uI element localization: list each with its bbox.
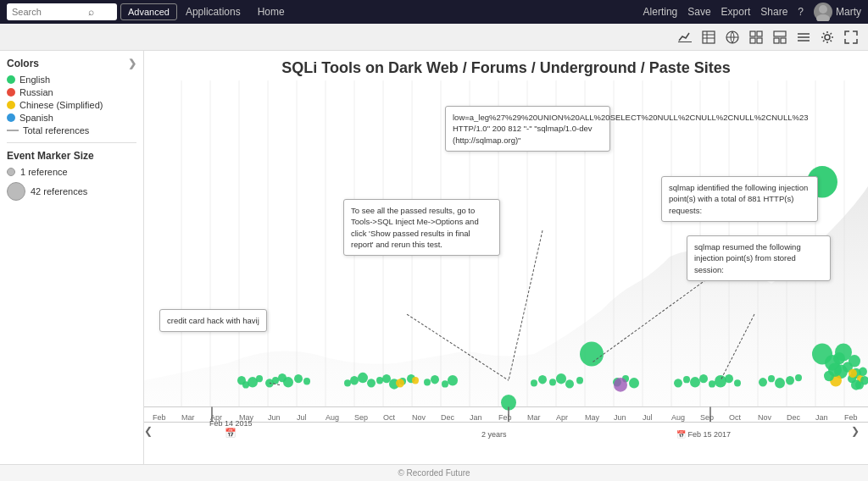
svg-point-83 — [344, 379, 351, 386]
collapse-icon[interactable]: ❯ — [128, 58, 136, 69]
date-marker-1: Feb 14 2015 📅 — [209, 419, 253, 439]
nav-help[interactable]: ? — [798, 6, 804, 18]
svg-text:Jun: Jun — [268, 413, 281, 422]
svg-point-96 — [442, 380, 448, 387]
tooltip-sqlmap-union: low=a_leg%27%29%20UNION%20ALL%20SELECT%2… — [445, 106, 610, 152]
svg-point-133 — [849, 369, 857, 378]
tooltip-sqlmap-session: sqlmap resumed the following injection p… — [687, 235, 831, 281]
nav-alerting[interactable]: Alerting — [643, 6, 678, 18]
user-menu[interactable]: Marty — [814, 3, 861, 21]
svg-text:Jan: Jan — [815, 413, 828, 422]
svg-text:Jul: Jul — [297, 413, 307, 422]
svg-point-85 — [358, 373, 368, 384]
svg-point-87 — [376, 377, 383, 384]
english-color-dot — [7, 75, 15, 84]
svg-point-92 — [396, 379, 404, 387]
svg-text:Nov: Nov — [758, 413, 771, 422]
scroll-right-button[interactable]: ❯ — [851, 425, 860, 437]
chart-title: SQLi Tools on Dark Web / Forums / Underg… — [144, 51, 868, 80]
top-navigation: ⌕ Advanced Applications Home Alerting Sa… — [0, 0, 868, 24]
settings-icon[interactable] — [817, 27, 837, 47]
svg-point-120 — [775, 378, 785, 389]
svg-rect-3 — [703, 31, 715, 43]
marker-size-section: Event Marker Size 1 reference 42 referen… — [7, 150, 136, 201]
tooltip-sql-inject: To see all the passed results, go to Too… — [343, 199, 500, 256]
map-icon[interactable] — [722, 27, 743, 47]
svg-rect-13 — [774, 31, 786, 36]
large-marker — [7, 182, 25, 201]
nav-share[interactable]: Share — [760, 6, 787, 18]
legend-chinese[interactable]: Chinese (Simplified) — [7, 100, 136, 110]
nav-export[interactable]: Export — [721, 6, 751, 18]
chinese-color-dot — [7, 101, 15, 109]
svg-point-82 — [303, 378, 310, 384]
legend-english[interactable]: English — [7, 75, 136, 85]
search-input[interactable] — [12, 7, 88, 17]
svg-text:Sep: Sep — [700, 413, 714, 422]
chart-area: SQLi Tools on Dark Web / Forums / Underg… — [144, 51, 868, 464]
sidebar: Colors ❯ English Russian Chinese (Simpli… — [0, 51, 144, 464]
nav-applications[interactable]: Applications — [177, 6, 249, 18]
expand-icon[interactable] — [841, 27, 861, 47]
marker-size-42: 42 references — [7, 182, 136, 201]
svg-point-119 — [768, 375, 775, 382]
svg-point-78 — [272, 377, 279, 384]
svg-point-101 — [549, 379, 556, 385]
svg-point-137 — [824, 371, 834, 382]
legend-russian[interactable]: Russian — [7, 87, 136, 97]
main-content: Colors ❯ English Russian Chinese (Simpli… — [0, 51, 868, 464]
scroll-left-button[interactable]: ❮ — [144, 425, 153, 437]
table-icon[interactable] — [698, 27, 719, 47]
legend-total[interactable]: Total references — [7, 125, 136, 135]
svg-point-99 — [531, 379, 537, 386]
advanced-button[interactable]: Advanced — [120, 3, 177, 20]
svg-point-93 — [412, 377, 419, 384]
svg-point-76 — [256, 375, 263, 382]
bottom-bar: © Recorded Future — [0, 464, 868, 481]
svg-text:Mar: Mar — [527, 413, 541, 422]
svg-text:Oct: Oct — [383, 413, 395, 422]
search-box[interactable]: ⌕ — [7, 3, 117, 20]
svg-text:Feb: Feb — [844, 413, 858, 422]
user-name: Marty — [836, 6, 861, 18]
nav-save[interactable]: Save — [687, 6, 710, 18]
svg-point-81 — [294, 374, 303, 383]
svg-point-95 — [431, 375, 439, 384]
layout-icon[interactable] — [770, 27, 790, 47]
legend-spanish[interactable]: Spanish — [7, 113, 136, 123]
small-marker — [7, 168, 15, 176]
svg-rect-2 — [678, 41, 692, 42]
svg-point-109 — [614, 378, 627, 392]
nav-right: Alerting Save Export Share ? Marty — [643, 3, 861, 21]
svg-rect-14 — [774, 38, 779, 43]
svg-point-135 — [859, 368, 867, 376]
svg-text:Aug: Aug — [671, 413, 685, 422]
list-icon[interactable] — [793, 27, 814, 47]
svg-text:Jun: Jun — [614, 413, 626, 422]
line-chart-icon[interactable] — [675, 27, 695, 47]
svg-text:Jan: Jan — [470, 413, 482, 422]
marker-size-1: 1 reference — [7, 167, 136, 177]
svg-point-122 — [795, 374, 802, 381]
svg-text:Oct: Oct — [729, 413, 741, 422]
colors-section-title: Colors ❯ — [7, 58, 136, 69]
svg-rect-15 — [781, 38, 786, 43]
svg-text:Jul: Jul — [643, 413, 653, 422]
nav-home[interactable]: Home — [249, 6, 293, 18]
svg-point-19 — [825, 35, 830, 40]
marker-size-title: Event Marker Size — [7, 150, 136, 162]
svg-point-113 — [699, 374, 708, 383]
svg-point-105 — [580, 341, 604, 366]
russian-label: Russian — [19, 87, 53, 97]
toolbar — [0, 24, 868, 51]
svg-point-103 — [565, 379, 574, 388]
svg-point-88 — [382, 374, 391, 383]
svg-point-97 — [448, 375, 458, 386]
avatar — [814, 3, 832, 21]
timeline-strip[interactable]: Feb 14 2015 📅 2 years 📅 Feb 15 2017 ❮ ❯ — [144, 422, 868, 439]
svg-point-102 — [556, 373, 566, 384]
svg-point-111 — [683, 376, 690, 383]
svg-text:Dec: Dec — [441, 413, 454, 422]
svg-point-110 — [674, 379, 682, 387]
grid-icon[interactable] — [746, 27, 766, 47]
